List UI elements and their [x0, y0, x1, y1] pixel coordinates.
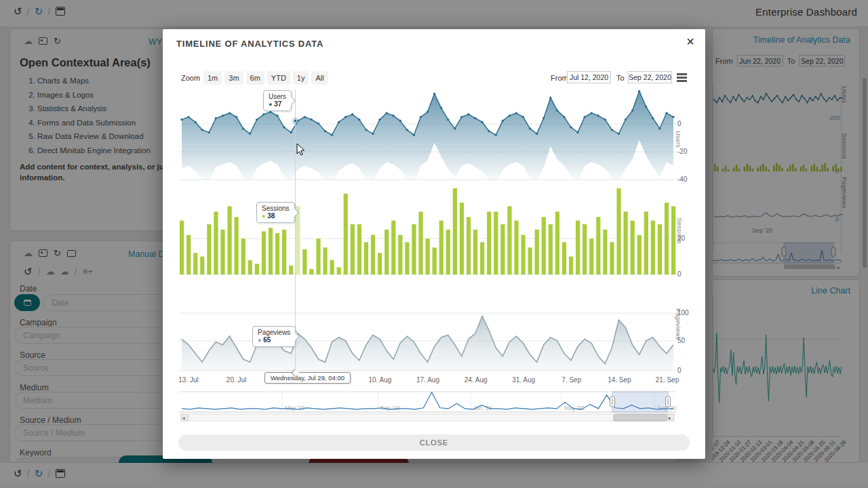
chart-menu-icon[interactable]	[677, 73, 687, 83]
sessions-bar	[637, 235, 642, 274]
sessions-bar	[467, 217, 471, 274]
zoom-buttons: 1m3m6mYTD1yAll	[203, 71, 328, 85]
close-icon[interactable]: ×	[684, 32, 697, 51]
sessions-bar	[542, 217, 546, 274]
sessions-bar	[186, 235, 191, 274]
users-marker	[570, 126, 572, 128]
close-button[interactable]: CLOSE	[178, 434, 690, 451]
axis-tick-label: 17. Aug	[416, 376, 439, 384]
users-marker	[413, 134, 415, 136]
sessions-bar	[412, 224, 416, 274]
sessions-bar	[357, 224, 361, 274]
users-marker	[215, 117, 217, 119]
modal-title: TIMELINE OF ANALYTICS DATA	[176, 39, 323, 49]
sessions-bar	[351, 224, 355, 274]
tooltip-series-name: Sessions	[262, 205, 290, 212]
series-dot: ●	[262, 213, 265, 220]
sessions-bar	[289, 266, 293, 274]
zoom-button-ytd[interactable]: YTD	[267, 71, 290, 85]
users-marker	[638, 90, 640, 92]
users-marker	[597, 115, 599, 117]
axis-tick-label: 10. Aug	[368, 376, 391, 384]
axis-tick-label: 21. Sep	[656, 376, 679, 384]
chart-scrollbar-track[interactable]	[189, 414, 667, 421]
sessions-bar	[235, 217, 239, 274]
tooltip-series-name: Pageviews	[258, 329, 290, 336]
main-timeline-chart: 0-20-4020010050013. Jul20. Jul27. Jul3. …	[176, 87, 689, 426]
users-marker	[474, 117, 476, 119]
sessions-bar	[282, 230, 286, 274]
users-marker	[378, 119, 380, 121]
zoom-button-3m[interactable]: 3m	[224, 71, 243, 85]
sessions-bar	[418, 211, 422, 274]
axis-tick-label: 7. Sep	[561, 376, 581, 384]
users-marker	[187, 116, 189, 118]
zoom-button-6m[interactable]: 6m	[246, 71, 264, 85]
users-marker	[283, 126, 285, 128]
users-tooltip: Users ● 37	[263, 90, 292, 111]
users-marker	[399, 120, 401, 122]
users-marker	[440, 107, 442, 109]
users-marker	[351, 113, 353, 115]
axis-tick-label: -20	[677, 148, 688, 155]
axis-tick-label: 13. Jul	[178, 376, 198, 384]
sessions-tooltip: Sessions ● 38	[256, 202, 295, 223]
users-marker	[365, 129, 367, 131]
users-marker	[509, 115, 511, 117]
sessions-bar	[494, 211, 498, 274]
users-marker	[618, 133, 620, 135]
users-marker	[536, 133, 538, 135]
sessions-bar	[405, 242, 409, 274]
sessions-bar	[446, 230, 450, 274]
users-marker	[338, 121, 340, 123]
sessions-bar	[555, 211, 559, 274]
sessions-bar	[535, 230, 539, 274]
sessions-bar	[439, 221, 443, 275]
users-marker	[542, 117, 545, 119]
sessions-bar	[180, 221, 184, 275]
sessions-bar	[227, 206, 231, 274]
users-marker	[658, 127, 660, 129]
users-axis-title: Users	[675, 131, 682, 148]
users-marker	[583, 116, 585, 118]
to-date-input[interactable]	[628, 71, 672, 83]
axis-tick-label: May '20	[564, 405, 585, 411]
sessions-bar	[378, 253, 382, 274]
navigator-selection[interactable]	[612, 392, 668, 412]
axis-tick-label: 0	[677, 120, 682, 127]
sessions-bar	[262, 231, 266, 274]
users-marker	[256, 119, 258, 121]
users-marker	[392, 115, 394, 117]
users-marker	[385, 112, 387, 114]
chart-scrollbar-thumb[interactable]	[614, 414, 667, 421]
sessions-bar	[528, 247, 532, 274]
sessions-bar	[562, 242, 566, 274]
sessions-bar	[583, 224, 587, 274]
sessions-bar	[514, 221, 518, 275]
sessions-bar	[337, 267, 341, 274]
sessions-bar	[589, 239, 593, 274]
sessions-bar	[344, 194, 348, 274]
sessions-bar	[596, 217, 600, 274]
users-marker	[529, 127, 531, 129]
tooltip-series-name: Users	[269, 93, 286, 100]
from-label: From	[551, 74, 568, 82]
sessions-bar	[473, 230, 477, 274]
sessions-bar	[671, 206, 675, 274]
sessions-bar	[316, 239, 320, 274]
users-marker	[406, 129, 408, 131]
zoom-button-all[interactable]: All	[311, 71, 328, 85]
axis-tick-label: 20. Jul	[226, 376, 246, 384]
zoom-button-1m[interactable]: 1m	[203, 71, 222, 85]
users-marker	[460, 116, 462, 118]
sessions-bar	[241, 239, 245, 274]
users-marker	[304, 116, 306, 118]
users-marker	[563, 116, 565, 118]
users-marker	[604, 119, 606, 121]
from-date-input[interactable]	[567, 71, 611, 83]
sessions-bar	[480, 242, 484, 274]
zoom-button-1y[interactable]: 1y	[293, 71, 309, 85]
sessions-bar	[665, 203, 669, 274]
users-marker	[235, 116, 237, 118]
users-marker	[311, 119, 313, 121]
